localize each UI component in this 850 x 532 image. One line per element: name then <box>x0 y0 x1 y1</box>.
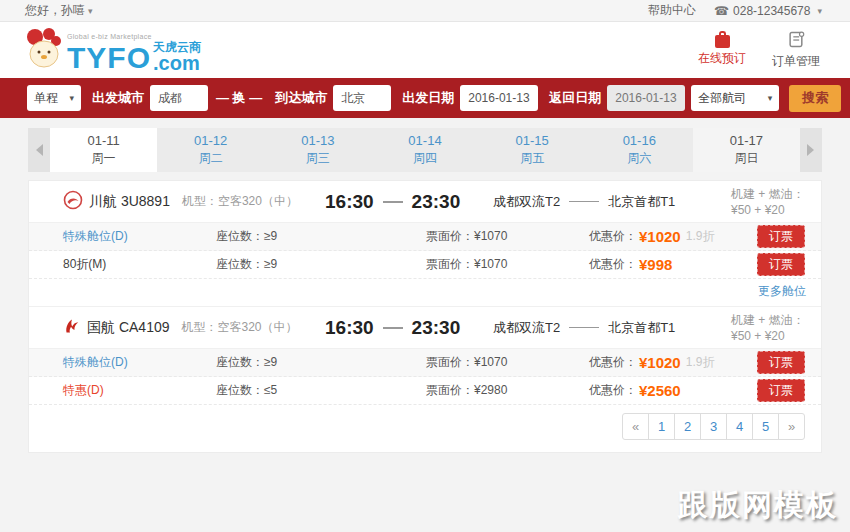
chevron-down-icon: ▾ <box>817 6 822 16</box>
phone-number: 028-12345678 <box>733 4 810 18</box>
book-button[interactable]: 订票 <box>757 253 805 276</box>
depart-time: 16:30 <box>325 317 374 339</box>
flight-row-3U8891: 川航 3U8891 机型：空客320（中） 16:30 23:30 成都双流T2… <box>29 181 821 223</box>
arrive-time: 23:30 <box>412 317 461 339</box>
depart-date-input[interactable] <box>460 85 538 111</box>
next-dates-button[interactable] <box>800 128 822 172</box>
page-1[interactable]: 1 <box>648 413 675 440</box>
brand-name: TYFO <box>67 43 151 73</box>
fare-row: 特殊舱位(D) 座位数：≥9 票面价：¥1070 优惠价： ¥1020 1.9折… <box>29 223 821 251</box>
route-dash <box>569 327 599 328</box>
arrive-time: 23:30 <box>412 191 461 213</box>
brand-domain: .com <box>153 53 201 73</box>
promo-price: ¥1020 <box>639 354 681 371</box>
cabin-class-link[interactable]: 特殊舱位(D) <box>63 354 216 371</box>
date-tab-01-17[interactable]: 01-17周日 <box>693 128 800 172</box>
date-tab-01-14[interactable]: 01-14周四 <box>371 128 478 172</box>
site-logo[interactable]: Global e-biz Marketplace TYFO 天虎云商 .com <box>25 28 201 73</box>
taxes-fees: 机建 + 燃油：¥50 + ¥20 <box>731 186 805 217</box>
book-button[interactable]: 订票 <box>757 225 805 248</box>
discount-rate: 1.9折 <box>686 354 715 371</box>
flight-search-bar: 单程▾ 出发城市 — 换 — 到达城市 出发日期 返回日期 全部航司▾ 搜索 <box>0 78 850 118</box>
pagination: « 1 2 3 4 5 » <box>29 405 821 452</box>
return-date-label: 返回日期 <box>549 89 601 107</box>
order-list-icon <box>788 31 805 51</box>
face-price: 票面价：¥1070 <box>426 228 589 245</box>
suitcase-icon <box>715 35 730 48</box>
help-center-link[interactable]: 帮助中心 <box>648 2 696 19</box>
date-tab-01-16[interactable]: 01-16周六 <box>586 128 693 172</box>
page-next[interactable]: » <box>778 413 805 440</box>
air-china-logo-icon <box>63 317 81 339</box>
promo-price-label: 优惠价： <box>589 354 637 371</box>
date-tab-01-11[interactable]: 01-11周一 <box>50 128 157 172</box>
prev-dates-button[interactable] <box>28 128 50 172</box>
seats-available: 座位数：≥9 <box>216 354 426 371</box>
airline-name: 国航 <box>87 319 115 335</box>
return-date-input[interactable] <box>607 85 685 111</box>
promo-price: ¥1020 <box>639 228 681 245</box>
page-4[interactable]: 4 <box>726 413 753 440</box>
logo-tagline: Global e-biz Marketplace <box>67 33 201 40</box>
flight-row-CA4109: 国航 CA4109 机型：空客320（中） 16:30 23:30 成都双流T2… <box>29 307 821 349</box>
utility-bar: 您好，孙嘻▾ 帮助中心 ☎ 028-12345678 ▾ <box>0 0 850 22</box>
to-city-label: 到达城市 <box>275 89 327 107</box>
chevron-down-icon: ▾ <box>768 93 773 103</box>
brand-name-cn: 天虎云商 <box>153 41 201 53</box>
depart-airport: 成都双流T2 <box>493 319 560 337</box>
page-2[interactable]: 2 <box>674 413 701 440</box>
promo-price-label: 优惠价： <box>589 256 637 273</box>
depart-airport: 成都双流T2 <box>493 193 560 211</box>
arrive-airport: 北京首都T1 <box>608 319 675 337</box>
trip-type-select[interactable]: 单程▾ <box>27 85 81 111</box>
aircraft-type: 机型：空客320（中） <box>182 193 298 210</box>
seats-available: 座位数：≥9 <box>216 228 426 245</box>
book-button[interactable]: 订票 <box>757 379 805 402</box>
page-prev[interactable]: « <box>622 413 649 440</box>
cabin-class-link[interactable]: 特殊舱位(D) <box>63 228 216 245</box>
phone-icon: ☎ <box>714 4 729 18</box>
user-greeting[interactable]: 您好，孙嘻▾ <box>25 2 93 19</box>
date-tab-01-12[interactable]: 01-12周二 <box>157 128 264 172</box>
time-dash <box>383 327 403 329</box>
flight-number: 3U8891 <box>121 193 170 209</box>
cabin-class-label: 80折(M) <box>63 256 216 273</box>
flight-number: CA4109 <box>119 319 170 335</box>
promo-price-label: 优惠价： <box>589 382 637 399</box>
date-tabs-strip: 01-11周一 01-12周二 01-13周三 01-14周四 01-15周五 … <box>28 128 822 172</box>
flight-results-card: 川航 3U8891 机型：空客320（中） 16:30 23:30 成都双流T2… <box>28 180 822 453</box>
arrive-airport: 北京首都T1 <box>608 193 675 211</box>
site-header: Global e-biz Marketplace TYFO 天虎云商 .com … <box>0 22 850 78</box>
mascot-logo-icon <box>25 28 63 73</box>
promo-price: ¥2560 <box>639 382 681 399</box>
seats-available: 座位数：≤5 <box>216 382 426 399</box>
chevron-down-icon: ▾ <box>88 6 93 16</box>
seats-available: 座位数：≥9 <box>216 256 426 273</box>
from-city-label: 出发城市 <box>92 89 144 107</box>
phone-dropdown[interactable]: ☎ 028-12345678 ▾ <box>714 4 822 18</box>
face-price: 票面价：¥2980 <box>426 382 589 399</box>
fare-row: 特惠(D) 座位数：≤5 票面价：¥2980 优惠价： ¥2560 订票 <box>29 377 821 405</box>
time-dash <box>383 201 403 203</box>
search-button[interactable]: 搜索 <box>789 85 841 112</box>
date-tab-01-13[interactable]: 01-13周三 <box>264 128 371 172</box>
date-tab-01-15[interactable]: 01-15周五 <box>479 128 586 172</box>
book-button[interactable]: 订票 <box>757 351 805 374</box>
airline-filter-select[interactable]: 全部航司▾ <box>691 85 779 111</box>
face-price: 票面价：¥1070 <box>426 256 589 273</box>
from-city-input[interactable] <box>150 85 208 111</box>
aircraft-type: 机型：空客320（中） <box>181 319 297 336</box>
online-booking-button[interactable]: 在线预订 <box>698 31 746 70</box>
swap-cities-button[interactable]: — 换 — <box>216 89 262 107</box>
promo-price-label: 优惠价： <box>589 228 637 245</box>
page-3[interactable]: 3 <box>700 413 727 440</box>
page-5[interactable]: 5 <box>752 413 779 440</box>
more-cabins-row: 更多舱位 <box>29 279 821 307</box>
depart-date-label: 出发日期 <box>402 89 454 107</box>
cabin-class-label: 特惠(D) <box>63 382 216 399</box>
fare-row: 80折(M) 座位数：≥9 票面价：¥1070 优惠价： ¥998 订票 <box>29 251 821 279</box>
arrow-right-icon <box>807 144 814 156</box>
to-city-input[interactable] <box>333 85 391 111</box>
order-management-button[interactable]: 订单管理 <box>772 31 820 70</box>
more-cabins-link[interactable]: 更多舱位 <box>758 284 806 298</box>
